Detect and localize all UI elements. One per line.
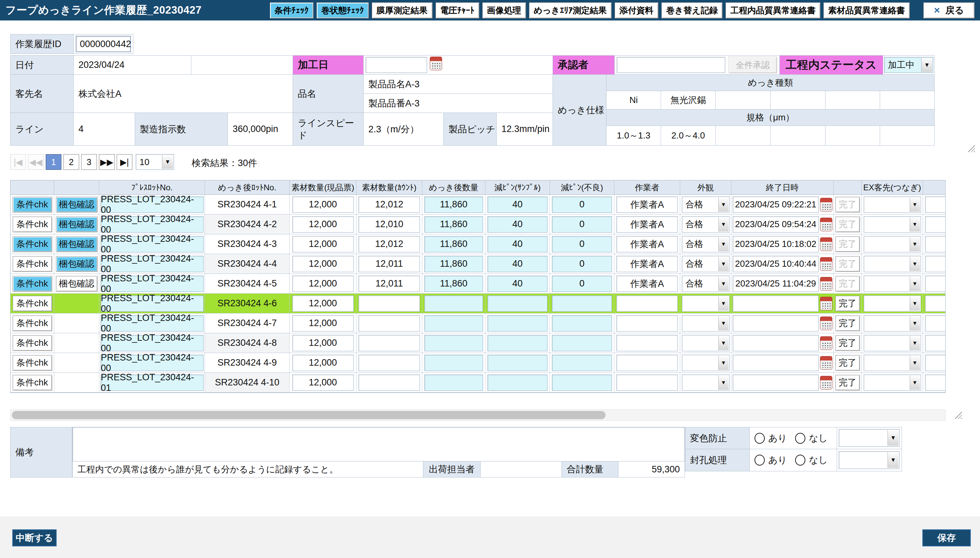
genpin-sample-input[interactable] (488, 335, 547, 351)
end-datetime-input[interactable] (733, 355, 819, 371)
done-button[interactable]: 完了 (836, 315, 860, 331)
clipped-input[interactable] (925, 315, 946, 332)
prev-page-button[interactable]: ◀◀ (28, 154, 44, 170)
cond-chk-button[interactable]: 条件chk (13, 256, 52, 272)
ex-customer-select[interactable]: ▼ (864, 335, 921, 351)
remarks-textarea[interactable] (72, 427, 685, 461)
resize-grip-icon[interactable] (967, 144, 975, 152)
first-page-button[interactable]: |◀ (10, 154, 26, 170)
clipped-input[interactable] (925, 295, 946, 312)
appearance-select[interactable]: 合格▼ (682, 216, 730, 233)
cond-chk-button[interactable]: 条件chk (13, 315, 52, 331)
calendar-icon[interactable] (820, 277, 832, 290)
genpin-sample-input[interactable] (488, 315, 547, 332)
approver-input[interactable] (617, 57, 725, 73)
ex-customer-select[interactable]: ▼ (864, 374, 921, 391)
calendar-icon[interactable] (820, 376, 832, 389)
appearance-select[interactable]: 合格▼ (682, 236, 730, 253)
qty-genpinhyo-input[interactable]: 12,000 (292, 295, 354, 312)
qty-count-input[interactable]: 12,012 (358, 236, 420, 253)
appearance-select[interactable]: ▼ (682, 335, 730, 351)
end-datetime-input[interactable] (733, 374, 819, 391)
clipped-input[interactable] (925, 216, 946, 233)
ex-customer-select[interactable]: ▼ (864, 355, 921, 371)
qty-count-input[interactable] (358, 374, 420, 391)
worker-input[interactable] (616, 315, 678, 332)
cond-chk-button[interactable]: 条件chk (13, 197, 52, 212)
genpin-bad-input[interactable]: 0 (552, 197, 612, 213)
cond-chk-button[interactable]: 条件chk (13, 375, 52, 391)
back-button[interactable]: × 戻る (923, 2, 975, 18)
clipped-input[interactable] (925, 256, 946, 272)
save-button[interactable]: 保存 (923, 529, 971, 547)
qty-count-input[interactable]: 12,010 (358, 216, 420, 233)
header-button[interactable]: 素材品質異常連絡書 (823, 2, 910, 18)
worker-input[interactable] (616, 355, 678, 371)
qty-after-input[interactable]: 11,860 (424, 197, 483, 213)
next-page-button[interactable]: ▶▶ (99, 154, 115, 170)
end-datetime-input[interactable]: 2023/04/25 10:40:44 (733, 256, 819, 272)
genpin-sample-input[interactable] (488, 355, 547, 371)
scrollbar-thumb[interactable] (12, 411, 606, 419)
cond-chk-button[interactable]: 条件chk (13, 217, 52, 232)
process-date-input[interactable] (366, 57, 427, 73)
worker-input[interactable]: 作業者A (616, 197, 678, 213)
cond-chk-button[interactable]: 条件chk (13, 296, 52, 312)
last-page-button[interactable]: ▶| (117, 154, 132, 170)
end-datetime-input[interactable]: 2023/04/25 09:22:21 (733, 197, 819, 213)
header-button[interactable]: 巻き替え記録 (662, 2, 722, 18)
genpin-bad-input[interactable]: 0 (552, 216, 612, 233)
calendar-icon[interactable] (430, 57, 442, 70)
clipped-input[interactable] (925, 374, 946, 391)
pack-confirm-button[interactable]: 梱包確認 (56, 197, 98, 212)
page-size-select[interactable]: 10▼ (136, 154, 174, 170)
done-button[interactable]: 完了 (836, 236, 860, 252)
done-button[interactable]: 完了 (836, 197, 860, 212)
appearance-select[interactable]: ▼ (682, 355, 730, 371)
calendar-icon[interactable] (820, 317, 832, 330)
qty-count-input[interactable]: 12,011 (358, 276, 420, 292)
header-button[interactable]: めっきｴﾘｱ測定結果 (529, 2, 612, 18)
qty-count-input[interactable] (358, 295, 420, 312)
genpin-sample-input[interactable]: 40 (488, 197, 547, 213)
ex-customer-select[interactable]: ▼ (864, 256, 921, 272)
qty-after-input[interactable]: 11,860 (424, 236, 483, 253)
qty-count-input[interactable]: 12,012 (358, 197, 420, 213)
appearance-select[interactable]: ▼ (682, 315, 730, 332)
genpin-sample-input[interactable]: 40 (488, 216, 547, 233)
appearance-select[interactable]: ▼ (682, 374, 730, 391)
calendar-icon[interactable] (820, 297, 832, 310)
approve-all-button[interactable]: 全件承認 (729, 57, 777, 73)
cond-chk-button[interactable]: 条件chk (13, 355, 52, 371)
genpin-sample-input[interactable] (488, 374, 547, 391)
status-select[interactable]: 加工中 ▼ (884, 57, 933, 73)
done-button[interactable]: 完了 (836, 375, 860, 391)
end-datetime-input[interactable] (733, 295, 819, 312)
qty-genpinhyo-input[interactable]: 12,000 (292, 374, 354, 391)
appearance-select[interactable]: 合格▼ (682, 256, 730, 272)
worker-input[interactable]: 作業者A (616, 216, 678, 233)
pack-confirm-button[interactable]: 梱包確認 (56, 256, 98, 272)
calendar-icon[interactable] (820, 218, 832, 231)
appearance-select[interactable]: 合格▼ (682, 276, 730, 292)
pack-confirm-button[interactable]: 梱包確認 (56, 217, 98, 232)
page-button[interactable]: 2 (64, 154, 79, 170)
ex-customer-select[interactable]: ▼ (864, 197, 921, 213)
appearance-select[interactable]: ▼ (682, 295, 730, 312)
qty-count-input[interactable] (358, 315, 420, 332)
clipped-input[interactable] (925, 197, 946, 213)
calendar-icon[interactable] (820, 237, 832, 251)
work-id-input[interactable]: 0000000442 (76, 36, 131, 52)
worker-input[interactable]: 作業者A (616, 276, 678, 292)
qty-genpinhyo-input[interactable]: 12,000 (292, 236, 354, 253)
page-button[interactable]: 3 (81, 154, 97, 170)
done-button[interactable]: 完了 (836, 355, 860, 371)
qty-after-input[interactable]: 11,860 (424, 216, 483, 233)
calendar-icon[interactable] (820, 356, 832, 370)
page-button[interactable]: 1 (46, 154, 61, 170)
header-button[interactable]: 画像処理 (482, 2, 526, 18)
genpin-bad-input[interactable] (552, 355, 612, 371)
cond-chk-button[interactable]: 条件chk (13, 276, 52, 292)
cond-chk-button[interactable]: 条件chk (13, 236, 52, 252)
worker-input[interactable]: 作業者A (616, 236, 678, 253)
